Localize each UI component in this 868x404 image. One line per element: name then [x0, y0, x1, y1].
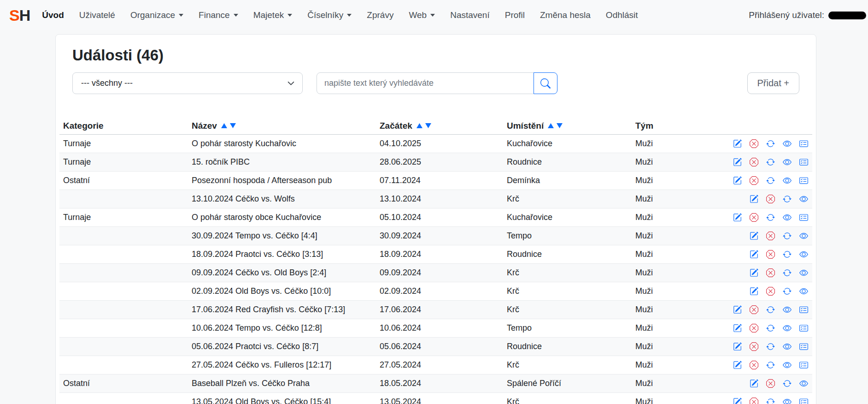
x-octagon-icon[interactable]: [766, 287, 775, 296]
cell-tym: Muži: [632, 360, 715, 370]
pencil-square-icon[interactable]: [750, 287, 758, 296]
arrow-repeat-icon[interactable]: [783, 250, 792, 259]
eye-icon[interactable]: [799, 379, 808, 388]
arrow-repeat-icon[interactable]: [783, 379, 792, 388]
card-checklist-icon[interactable]: [799, 213, 808, 222]
add-button[interactable]: Přidat +: [747, 72, 799, 94]
card-checklist-icon[interactable]: [799, 361, 808, 369]
table-row: 13.05.2024 Old Boys vs. Céčko [15:4] 13.…: [59, 393, 812, 404]
caret-down-icon: [287, 14, 292, 17]
nav-item-1[interactable]: Uživatelé: [79, 10, 115, 20]
arrow-repeat-icon[interactable]: [766, 139, 775, 148]
x-octagon-icon[interactable]: [750, 342, 758, 351]
eye-icon[interactable]: [799, 232, 808, 240]
nav-item-10[interactable]: Změna hesla: [540, 10, 591, 20]
card-checklist-icon[interactable]: [799, 139, 808, 148]
eye-icon[interactable]: [799, 195, 808, 203]
cell-umisteni: Krč: [503, 286, 632, 296]
nav-item-9[interactable]: Profil: [505, 10, 525, 20]
arrow-repeat-icon[interactable]: [766, 213, 775, 222]
x-octagon-icon[interactable]: [750, 305, 758, 314]
sort-controls[interactable]: [548, 123, 563, 128]
arrow-repeat-icon[interactable]: [783, 195, 792, 203]
search-input[interactable]: [317, 72, 534, 94]
pencil-square-icon[interactable]: [733, 398, 742, 404]
pencil-square-icon[interactable]: [750, 379, 758, 388]
arrow-repeat-icon[interactable]: [766, 158, 775, 166]
x-octagon-icon[interactable]: [766, 250, 775, 259]
nav-item-6[interactable]: Zprávy: [367, 10, 393, 20]
x-octagon-icon[interactable]: [766, 379, 775, 388]
nav-item-8[interactable]: Nastavení: [450, 10, 490, 20]
arrow-repeat-icon[interactable]: [766, 398, 775, 404]
eye-icon[interactable]: [783, 342, 792, 351]
eye-icon[interactable]: [783, 361, 792, 369]
eye-icon[interactable]: [799, 250, 808, 259]
cell-tym: Muži: [632, 176, 715, 185]
app-logo[interactable]: SH: [9, 6, 30, 24]
x-octagon-icon[interactable]: [750, 213, 758, 222]
x-octagon-icon[interactable]: [750, 398, 758, 404]
cell-tym: Muži: [632, 157, 715, 167]
card-checklist-icon[interactable]: [799, 158, 808, 166]
card-checklist-icon[interactable]: [799, 398, 808, 404]
x-octagon-icon[interactable]: [750, 361, 758, 369]
cell-nazev: O pohár starosty obce Kuchařovice: [188, 213, 376, 222]
arrow-repeat-icon[interactable]: [766, 342, 775, 351]
eye-icon[interactable]: [783, 398, 792, 404]
pencil-square-icon[interactable]: [750, 195, 758, 203]
cell-zacatek: 05.06.2024: [376, 342, 503, 351]
eye-icon[interactable]: [783, 305, 792, 314]
sort-controls[interactable]: [221, 123, 236, 128]
nav-item-7[interactable]: Web: [409, 10, 435, 20]
card-checklist-icon[interactable]: [799, 305, 808, 314]
x-octagon-icon[interactable]: [750, 324, 758, 333]
pencil-square-icon[interactable]: [733, 213, 742, 222]
pencil-square-icon[interactable]: [733, 305, 742, 314]
arrow-repeat-icon[interactable]: [783, 287, 792, 296]
x-octagon-icon[interactable]: [750, 158, 758, 166]
x-octagon-icon[interactable]: [766, 232, 775, 240]
nav-item-0[interactable]: Úvod: [42, 10, 64, 20]
pencil-square-icon[interactable]: [750, 232, 758, 240]
pencil-square-icon[interactable]: [750, 268, 758, 277]
pencil-square-icon[interactable]: [733, 361, 742, 369]
row-actions: [715, 379, 812, 388]
nav-item-5[interactable]: Číselníky: [307, 10, 352, 20]
eye-icon[interactable]: [783, 213, 792, 222]
arrow-repeat-icon[interactable]: [766, 176, 775, 185]
eye-icon[interactable]: [799, 268, 808, 277]
column-header-0: Kategorie: [59, 121, 188, 131]
card-checklist-icon[interactable]: [799, 342, 808, 351]
column-header-label: Začátek: [380, 121, 412, 131]
arrow-repeat-icon[interactable]: [766, 305, 775, 314]
nav-item-11[interactable]: Odhlásit: [606, 10, 638, 20]
pencil-square-icon[interactable]: [733, 139, 742, 148]
x-octagon-icon[interactable]: [766, 195, 775, 203]
arrow-repeat-icon[interactable]: [766, 324, 775, 333]
x-octagon-icon[interactable]: [766, 268, 775, 277]
nav-item-3[interactable]: Finance: [199, 10, 238, 20]
arrow-repeat-icon[interactable]: [766, 361, 775, 369]
pencil-square-icon[interactable]: [750, 250, 758, 259]
eye-icon[interactable]: [783, 139, 792, 148]
eye-icon[interactable]: [783, 176, 792, 185]
nav-item-2[interactable]: Organizace: [130, 10, 183, 20]
nav-item-4[interactable]: Majetek: [253, 10, 293, 20]
eye-icon[interactable]: [783, 324, 792, 333]
card-checklist-icon[interactable]: [799, 324, 808, 333]
eye-icon[interactable]: [799, 287, 808, 296]
category-filter-select[interactable]: --- všechny ---: [72, 72, 303, 94]
pencil-square-icon[interactable]: [733, 176, 742, 185]
sort-controls[interactable]: [416, 123, 431, 128]
pencil-square-icon[interactable]: [733, 324, 742, 333]
card-checklist-icon[interactable]: [799, 176, 808, 185]
x-octagon-icon[interactable]: [750, 139, 758, 148]
pencil-square-icon[interactable]: [733, 158, 742, 166]
x-octagon-icon[interactable]: [750, 176, 758, 185]
arrow-repeat-icon[interactable]: [783, 232, 792, 240]
eye-icon[interactable]: [783, 158, 792, 166]
arrow-repeat-icon[interactable]: [783, 268, 792, 277]
search-button[interactable]: [534, 72, 557, 94]
pencil-square-icon[interactable]: [733, 342, 742, 351]
